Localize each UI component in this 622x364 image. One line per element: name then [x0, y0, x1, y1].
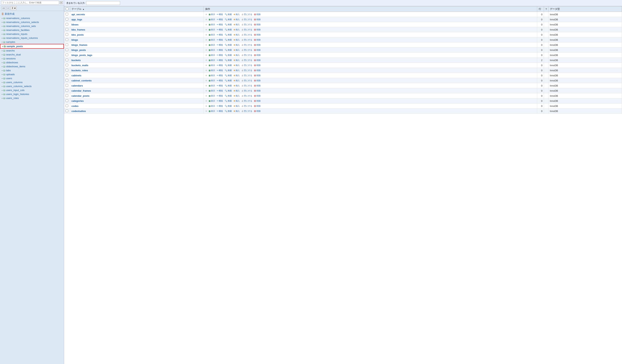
search-button[interactable]: 🔍検索 — [224, 43, 233, 47]
empty-button[interactable]: 🖨空にする — [241, 79, 253, 82]
empty-button[interactable]: 🖨空にする — [241, 104, 253, 108]
star-icon[interactable]: ★ — [205, 48, 208, 52]
table-name-link[interactable]: blogs_posts — [71, 49, 86, 52]
row-checkbox[interactable] — [66, 13, 68, 16]
sidebar-item-slideshows[interactable]: + 🗂 slideshows — [0, 60, 64, 64]
table-name-link[interactable]: calendar_posts — [71, 95, 89, 97]
drop-button[interactable]: ⊖削除 — [253, 23, 261, 26]
sidebar-item-sample-posts[interactable]: + 🗂 sample_posts — [0, 44, 64, 49]
empty-button[interactable]: 🖨空にする — [241, 23, 253, 26]
drop-button[interactable]: ⊖削除 — [253, 84, 261, 87]
drop-button[interactable]: ⊖削除 — [253, 104, 261, 108]
search-button[interactable]: 🔍検索 — [224, 69, 233, 72]
sidebar-item-users-input-cols[interactable]: + 🗂 users_input_cols — [0, 88, 64, 92]
search-button[interactable]: 🔍検索 — [224, 94, 233, 97]
table-name-link[interactable]: cabinet_contents — [71, 79, 92, 82]
row-checkbox[interactable] — [66, 69, 68, 72]
empty-button[interactable]: 🖨空にする — [241, 84, 253, 87]
browse-button[interactable]: ▦表示 — [208, 74, 216, 77]
row-checkbox[interactable] — [66, 94, 68, 97]
star-icon[interactable]: ★ — [205, 79, 208, 82]
insert-button[interactable]: ⊕挿入 — [233, 64, 240, 67]
empty-button[interactable]: 🖨空にする — [241, 99, 253, 103]
star-icon[interactable]: ★ — [205, 13, 208, 16]
insert-button[interactable]: ⊕挿入 — [233, 74, 240, 77]
search-button[interactable]: 🔍検索 — [224, 89, 233, 92]
row-checkbox[interactable] — [66, 18, 68, 20]
star-icon[interactable]: ★ — [205, 74, 208, 77]
browse-button[interactable]: ▦表示 — [208, 48, 216, 52]
browse-button[interactable]: ▦表示 — [208, 99, 216, 103]
search-button[interactable]: 🔍検索 — [224, 64, 233, 67]
empty-button[interactable]: 🖨空にする — [241, 13, 253, 16]
structure-button[interactable]: ✏構造 — [216, 104, 224, 108]
star-icon[interactable]: ★ — [205, 38, 208, 41]
empty-button[interactable]: 🖨空にする — [241, 38, 253, 41]
sidebar-item-reservations-columns-selects[interactable]: + 🗂 reservations_columns_selects — [0, 20, 64, 24]
empty-button[interactable]: 🖨空にする — [241, 110, 253, 113]
structure-button[interactable]: ✏構造 — [216, 89, 224, 92]
insert-button[interactable]: ⊕挿入 — [233, 104, 240, 108]
drop-button[interactable]: ⊖削除 — [253, 48, 261, 52]
sidebar-item-reservations-inputs-columns[interactable]: + 🗂 reservations_inputs_columns — [0, 36, 64, 40]
drop-button[interactable]: ⊖削除 — [253, 58, 261, 62]
row-checkbox[interactable] — [66, 84, 68, 87]
insert-button[interactable]: ⊕挿入 — [233, 99, 240, 103]
table-name-link[interactable]: blogs_posts_tags — [71, 54, 92, 57]
star-icon[interactable]: ★ — [205, 99, 208, 102]
search-button[interactable]: 🔍検索 — [224, 13, 233, 16]
structure-button[interactable]: ✏構造 — [216, 94, 224, 97]
search-button[interactable]: 🔍検索 — [224, 54, 233, 57]
star-icon[interactable]: ★ — [205, 28, 208, 31]
browse-button[interactable]: ▦表示 — [208, 110, 216, 113]
row-checkbox[interactable] — [66, 23, 68, 26]
drop-button[interactable]: ⊖削除 — [253, 69, 261, 72]
table-name-link[interactable]: codestudios — [71, 110, 86, 113]
structure-button[interactable]: ✏構造 — [216, 74, 224, 77]
star-icon[interactable]: ★ — [205, 33, 208, 36]
row-checkbox[interactable] — [66, 48, 68, 51]
star-icon[interactable]: ★ — [205, 18, 208, 21]
structure-button[interactable]: ✏構造 — [216, 18, 224, 21]
insert-button[interactable]: ⊕挿入 — [233, 23, 240, 26]
insert-button[interactable]: ⊕挿入 — [233, 89, 240, 92]
drop-button[interactable]: ⊖削除 — [253, 89, 261, 92]
table-name-link[interactable]: bbs_posts — [71, 33, 84, 36]
structure-button[interactable]: ✏構造 — [216, 64, 224, 67]
table-name-link[interactable]: buckets — [71, 59, 81, 62]
structure-button[interactable]: ✏構造 — [216, 43, 224, 47]
insert-button[interactable]: ⊕挿入 — [233, 18, 240, 21]
browse-button[interactable]: ▦表示 — [208, 43, 216, 47]
search-button[interactable]: 🔍検索 — [224, 38, 233, 41]
sidebar-item-users-login-histories[interactable]: + 🗂 users_login_histories — [0, 92, 64, 96]
structure-button[interactable]: ✏構造 — [216, 28, 224, 31]
insert-button[interactable]: ⊕挿入 — [233, 94, 240, 97]
insert-button[interactable]: ⊕挿入 — [233, 59, 240, 62]
sidebar-item-samples[interactable]: + 🗂 samples — [0, 40, 64, 44]
insert-button[interactable]: ⊕挿入 — [233, 43, 240, 47]
star-icon[interactable]: ★ — [205, 69, 208, 72]
structure-button[interactable]: ✏構造 — [216, 38, 224, 41]
insert-button[interactable]: ⊕挿入 — [233, 28, 240, 31]
table-name-link[interactable]: bbs_frames — [71, 28, 85, 31]
drop-button[interactable]: ⊖削除 — [253, 38, 261, 41]
structure-button[interactable]: ✏構造 — [216, 84, 224, 87]
row-checkbox[interactable] — [66, 43, 68, 46]
search-button[interactable]: 🔍検索 — [224, 33, 233, 36]
row-checkbox[interactable] — [66, 54, 68, 56]
drop-button[interactable]: ⊖削除 — [253, 74, 261, 77]
table-name-link[interactable]: calendars — [71, 84, 83, 87]
filter-input[interactable] — [1, 1, 59, 4]
page-select[interactable]: 3 — [10, 6, 17, 10]
row-checkbox[interactable] — [66, 64, 68, 66]
star-icon[interactable]: ★ — [205, 23, 208, 26]
table-name-link[interactable]: blogs — [71, 38, 78, 41]
select-all-checkbox[interactable] — [66, 8, 68, 10]
browse-button[interactable]: ▦表示 — [208, 94, 216, 97]
search-button[interactable]: 🔍検索 — [224, 23, 233, 26]
browse-button[interactable]: ▦表示 — [208, 69, 216, 72]
name-column-header[interactable]: テーブル ▲ — [70, 6, 204, 12]
star-icon[interactable]: ★ — [205, 54, 208, 57]
row-checkbox[interactable] — [66, 28, 68, 31]
row-checkbox[interactable] — [66, 110, 68, 112]
